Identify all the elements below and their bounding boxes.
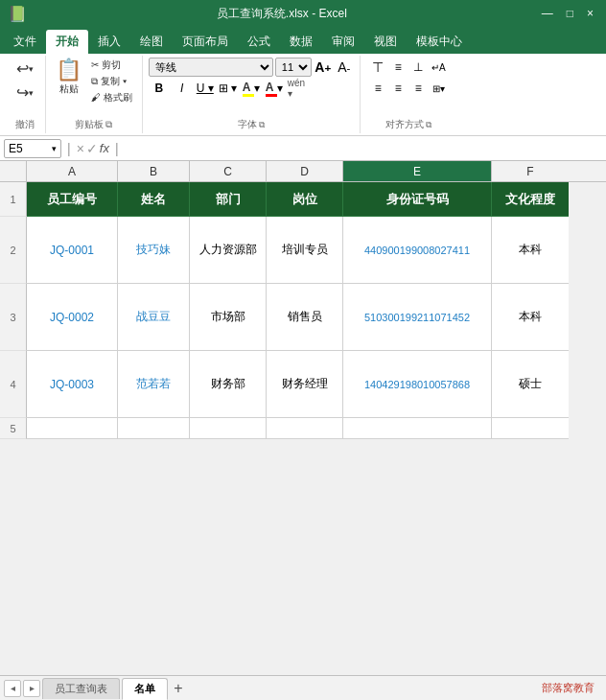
header-cell-empid[interactable]: 员工编号	[27, 182, 118, 217]
merge-center-btn[interactable]: ⊞▾	[429, 79, 448, 98]
cell-4-f[interactable]: 硕士	[492, 351, 569, 418]
col-header-b[interactable]: B	[118, 161, 190, 181]
grid-body: 1 员工编号 姓名 部门 岗位 身份证号码 文化程度 2 JQ-0001 技巧妹…	[0, 182, 606, 675]
font-grow-btn[interactable]: A+	[314, 58, 333, 77]
cut-btn[interactable]: ✂ 剪切	[87, 58, 136, 73]
cell-4-b[interactable]: 范若若	[118, 351, 190, 418]
font-shrink-btn[interactable]: A-	[335, 58, 354, 77]
wen-btn[interactable]: wén ▾	[287, 79, 308, 98]
undo-btn[interactable]: ↩ ▾	[14, 58, 35, 80]
paste-btn[interactable]: 📋 粘贴	[52, 58, 85, 98]
text-wrap-btn[interactable]: ↵A	[429, 58, 448, 77]
title-bar-left: 📗	[8, 5, 27, 23]
cell-4-d[interactable]: 财务经理	[267, 351, 343, 418]
clipboard-expand-icon[interactable]: ⧉	[105, 119, 112, 130]
row-num-3: 3	[0, 284, 27, 351]
column-headers: A B C D E F	[0, 161, 606, 182]
align-left-btn[interactable]: ≡	[368, 79, 387, 98]
align-middle-btn[interactable]: ≡	[388, 58, 408, 77]
cell-4-e[interactable]: 140429198010057868	[343, 351, 492, 418]
font-expand-icon[interactable]: ⧉	[259, 120, 265, 130]
cell-4-c[interactable]: 财务部	[190, 351, 267, 418]
sheet-nav-next-btn[interactable]: ▸	[23, 680, 40, 697]
maximize-btn[interactable]: □	[562, 7, 578, 20]
sheet-add-btn[interactable]: +	[170, 680, 187, 697]
cell-5-f[interactable]	[492, 418, 569, 439]
align-right-btn[interactable]: ≡	[408, 79, 428, 98]
cell-3-a[interactable]: JQ-0002	[27, 284, 118, 351]
cell-5-e[interactable]	[343, 418, 492, 439]
cell-2-a[interactable]: JQ-0001	[27, 217, 118, 284]
header-cell-post[interactable]: 岗位	[267, 182, 343, 217]
formula-input[interactable]	[125, 139, 602, 158]
font-size-select[interactable]: 11	[275, 58, 312, 77]
spreadsheet-area: A B C D E F 1 员工编号 姓名 部门 岗位 身份证号码 文化程度 2…	[0, 161, 606, 675]
align-expand-icon[interactable]: ⧉	[426, 120, 431, 130]
cell-3-b[interactable]: 战豆豆	[118, 284, 190, 351]
tab-review[interactable]: 审阅	[322, 30, 364, 54]
col-header-d[interactable]: D	[267, 161, 343, 181]
cell-3-e[interactable]: 510300199211071452	[343, 284, 492, 351]
cell-5-d[interactable]	[267, 418, 343, 439]
cell-5-b[interactable]	[118, 418, 190, 439]
tab-formula[interactable]: 公式	[238, 30, 280, 54]
formula-bar-divider: |	[113, 141, 121, 156]
cell-2-b[interactable]: 技巧妹	[118, 217, 190, 284]
cell-ref-dropdown-icon[interactable]: ▾	[52, 144, 57, 153]
fill-color-btn[interactable]: A ▾	[241, 79, 262, 98]
close-btn[interactable]: ×	[582, 7, 598, 20]
border-btn[interactable]: ⊞ ▾	[218, 79, 239, 98]
col-header-e[interactable]: E	[343, 161, 492, 181]
sheet-nav-prev-btn[interactable]: ◂	[4, 680, 21, 697]
tab-insert[interactable]: 插入	[88, 30, 130, 54]
tab-home[interactable]: 开始	[46, 30, 88, 54]
cell-2-e[interactable]: 440900199008027411	[343, 217, 492, 284]
minimize-btn[interactable]: —	[537, 7, 558, 20]
tab-data[interactable]: 数据	[280, 30, 322, 54]
col-header-f[interactable]: F	[492, 161, 569, 181]
copy-btn[interactable]: ⧉ 复制 ▾	[87, 74, 136, 89]
tab-file[interactable]: 文件	[4, 30, 46, 54]
tab-draw[interactable]: 绘图	[130, 30, 173, 54]
align-center-btn[interactable]: ≡	[388, 79, 408, 98]
font-color-btn[interactable]: A ▾	[264, 79, 285, 98]
cell-2-d[interactable]: 培训专员	[267, 217, 343, 284]
cell-3-c[interactable]: 市场部	[190, 284, 267, 351]
cell-reference-box[interactable]: E5 ▾	[4, 139, 61, 158]
cut-copy-col: ✂ 剪切 ⧉ 复制 ▾ 🖌 格式刷	[87, 58, 136, 105]
row-num-5: 5	[0, 418, 27, 439]
format-painter-btn[interactable]: 🖌 格式刷	[87, 90, 136, 105]
cell-5-a[interactable]	[27, 418, 118, 439]
cell-3-f[interactable]: 本科	[492, 284, 569, 351]
cell-3-d[interactable]: 销售员	[267, 284, 343, 351]
cell-2-c[interactable]: 人力资源部	[190, 217, 267, 284]
cell-5-c[interactable]	[190, 418, 267, 439]
tab-view[interactable]: 视图	[364, 30, 407, 54]
redo-btn[interactable]: ↪ ▾	[14, 82, 35, 104]
formula-fx-icon[interactable]: fx	[100, 141, 109, 155]
cell-4-a[interactable]: JQ-0003	[27, 351, 118, 418]
formula-cancel-icon[interactable]: ×	[77, 141, 84, 156]
col-header-a[interactable]: A	[27, 161, 118, 181]
sheet-tab-list[interactable]: 名单	[122, 678, 168, 700]
align-top-btn[interactable]: ⊤	[368, 58, 387, 77]
tab-layout[interactable]: 页面布局	[173, 30, 238, 54]
align-bottom-btn[interactable]: ⊥	[408, 58, 428, 77]
col-header-c[interactable]: C	[190, 161, 267, 181]
formula-confirm-icon[interactable]: ✓	[86, 141, 98, 156]
tab-template[interactable]: 模板中心	[407, 30, 472, 54]
header-cell-dept[interactable]: 部门	[190, 182, 267, 217]
formula-icons: × ✓ fx	[77, 141, 109, 156]
header-cell-name[interactable]: 姓名	[118, 182, 190, 217]
cell-2-f[interactable]: 本科	[492, 217, 569, 284]
header-cell-edu[interactable]: 文化程度	[492, 182, 569, 217]
title-bar: 📗 员工查询系统.xlsx - Excel — □ ×	[0, 0, 606, 27]
font-name-select[interactable]: 等线	[149, 58, 273, 77]
italic-btn[interactable]: I	[172, 79, 193, 98]
header-cell-idnum[interactable]: 身份证号码	[343, 182, 492, 217]
paste-icon: 📋	[56, 59, 82, 81]
underline-btn[interactable]: U ▾	[195, 79, 216, 98]
undo-label: 撤消	[15, 116, 35, 131]
bold-btn[interactable]: B	[149, 79, 170, 98]
sheet-tab-inquiry[interactable]: 员工查询表	[42, 678, 120, 699]
